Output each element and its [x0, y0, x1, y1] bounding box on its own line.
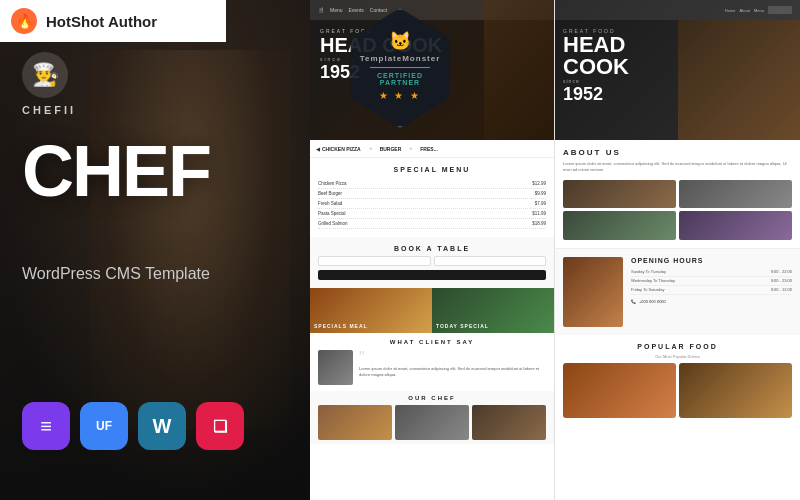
- menu-item-row: Pasta Special $11.99: [318, 209, 546, 219]
- book-input-1[interactable]: [318, 256, 431, 266]
- popular-images-grid: [563, 363, 792, 418]
- popular-food-section: POPULAR FOOD Our Most Popular Dishes: [555, 335, 800, 426]
- opening-hours-section: Opening Hours Sunday To Tuesday 9:00 - 2…: [555, 248, 800, 335]
- menu-strip-item-1: ◀ CHICKEN PIZZA: [316, 146, 361, 152]
- special-menu-section: SPECIAL MENU Chicken Pizza $12.99 Beef B…: [310, 158, 554, 237]
- mockup-right-column: Home About Menu GREAT FOOD HEADCOOK sinc…: [555, 0, 800, 500]
- menu-item-name: Grilled Salmon: [318, 221, 348, 226]
- quote-mark-icon: ": [359, 350, 546, 366]
- our-chef-title: OUR CHEF: [318, 395, 546, 401]
- menu-item-price: $18.99: [532, 221, 546, 226]
- revolution-slider-icon[interactable]: ❏: [196, 402, 244, 450]
- right-nav-home: Home: [725, 8, 736, 13]
- menu-strip-x2: ✕: [409, 146, 412, 151]
- svg-text:🔥: 🔥: [16, 13, 34, 30]
- opening-hours-row-2: Wednesday To Thursday 9:00 - 23:00: [631, 277, 792, 286]
- badge-divider: [370, 67, 430, 68]
- right-nav-menu: Menu: [754, 8, 764, 13]
- nav-menu: Menu: [330, 7, 343, 13]
- chef-hat-icon: 👨‍🍳: [22, 52, 68, 98]
- header-bar: 🔥 HotShot Author: [0, 0, 226, 42]
- right-hero-title: HEADCOOK: [563, 34, 670, 78]
- about-us-section: ABOUT US Lorem ipsum dolor sit amet, con…: [555, 140, 800, 248]
- testimonial-text: Lorem ipsum dolor sit amet, consectetur …: [359, 366, 546, 378]
- about-image-1: [563, 180, 676, 209]
- menu-item-row: Beef Burger $9.99: [318, 189, 546, 199]
- popular-food-title: POPULAR FOOD: [563, 343, 792, 350]
- right-nav-search: [768, 6, 792, 14]
- menu-item-row: Fresh Salad $7.99: [318, 199, 546, 209]
- opening-phone: 📞 +000 000 0000: [631, 299, 792, 304]
- menu-item-price: $11.99: [532, 211, 546, 216]
- specials-row: SPECIALS MEAL TODAY SPECIAL: [310, 288, 554, 333]
- menu-strip-item-2: BURGER: [380, 146, 402, 152]
- right-hero-chef-image: [678, 20, 801, 140]
- book-input-2[interactable]: [434, 256, 547, 266]
- menu-item-price: $7.99: [535, 201, 546, 206]
- about-text: Lorem ipsum dolor sit amet, consectetur …: [563, 161, 792, 174]
- phone-number: +000 000 0000: [639, 299, 666, 304]
- badge-shape: 🐱 TemplateMonster CERTIFIED PARTNER ★ ★ …: [345, 8, 455, 128]
- opening-day-3: Friday To Saturday: [631, 287, 665, 292]
- chef-cards-grid: [318, 405, 546, 440]
- template-monster-badge: 🐱 TemplateMonster CERTIFIED PARTNER ★ ★ …: [345, 8, 455, 128]
- badge-certified-text: CERTIFIED PARTNER: [357, 72, 443, 86]
- menu-strip: ◀ CHICKEN PIZZA ✕ BURGER ✕ FRES...: [310, 140, 554, 158]
- hero-chef-image: [484, 0, 554, 140]
- testimonial-image: [318, 350, 353, 385]
- badge-cat-icon: 🐱: [389, 30, 411, 52]
- badge-brand-name: TemplateMonster: [360, 54, 441, 63]
- elementor-icon[interactable]: ≡: [22, 402, 70, 450]
- badge-stars: ★ ★ ★: [379, 90, 422, 101]
- hotshot-logo-icon: 🔥: [10, 7, 38, 35]
- opening-hours-info: Opening Hours Sunday To Tuesday 9:00 - 2…: [631, 257, 792, 327]
- opening-hours-image: [563, 257, 623, 327]
- right-hero-year: 1952: [563, 84, 670, 105]
- right-nav-about: About: [740, 8, 750, 13]
- menu-item-name: Fresh Salad: [318, 201, 342, 206]
- menu-item-row: Chicken Pizza $12.99: [318, 179, 546, 189]
- menu-strip-item-3: FRES...: [420, 146, 438, 152]
- popular-food-image-2: [679, 363, 792, 418]
- about-image-2: [679, 180, 792, 209]
- popular-food-subtitle: Our Most Popular Dishes: [563, 354, 792, 359]
- main-title: CHEF: [22, 135, 210, 207]
- menu-item-row: Grilled Salmon $18.99: [318, 219, 546, 229]
- right-hero-text: GREAT FOOD HEADCOOK since 1952: [555, 20, 678, 140]
- special-menu-title: SPECIAL MENU: [318, 166, 546, 173]
- testimonial: " Lorem ipsum dolor sit amet, consectetu…: [318, 350, 546, 385]
- menu-item-name: Pasta Special: [318, 211, 346, 216]
- menu-item-name: Beef Burger: [318, 191, 342, 196]
- book-inputs: [318, 256, 546, 266]
- subtitle: WordPress CMS Template: [22, 265, 210, 283]
- right-hero-content: GREAT FOOD HEADCOOK since 1952: [555, 20, 800, 140]
- menu-item-price: $9.99: [535, 191, 546, 196]
- chef-card-1: [318, 405, 392, 440]
- mockup-right-hero: Home About Menu GREAT FOOD HEADCOOK sinc…: [555, 0, 800, 140]
- opening-time-2: 9:00 - 23:00: [771, 278, 792, 283]
- client-say-section: WHAT CLIENT SAY " Lorem ipsum dolor sit …: [310, 333, 554, 391]
- opening-day-1: Sunday To Tuesday: [631, 269, 666, 274]
- book-title: BOOK A TABLE: [318, 245, 546, 252]
- menu-table: Chicken Pizza $12.99 Beef Burger $9.99 F…: [318, 179, 546, 229]
- opening-hours-row-3: Friday To Saturday 9:00 - 12:00: [631, 286, 792, 295]
- popular-food-image-1: [563, 363, 676, 418]
- about-images-grid: [563, 180, 792, 240]
- opening-time-1: 9:00 - 22:00: [771, 269, 792, 274]
- brand-section: 👨‍🍳 CHEFII: [22, 52, 76, 116]
- book-submit-button[interactable]: [318, 270, 546, 280]
- opening-day-2: Wednesday To Thursday: [631, 278, 675, 283]
- ultimate-fields-icon[interactable]: UF: [80, 402, 128, 450]
- phone-icon: 📞: [631, 299, 636, 304]
- about-image-4: [679, 211, 792, 240]
- plugin-icons-row: ≡ UF W ❏: [22, 402, 244, 450]
- left-panel: 👨‍🍳 CHEFII CHEF WordPress CMS Template ≡…: [0, 0, 310, 500]
- opening-hours-row-1: Sunday To Tuesday 9:00 - 22:00: [631, 268, 792, 277]
- opening-hours-title: Opening Hours: [631, 257, 792, 264]
- brand-name: CHEFII: [22, 104, 76, 116]
- about-title: ABOUT US: [563, 148, 792, 157]
- opening-hours-content: Opening Hours Sunday To Tuesday 9:00 - 2…: [563, 257, 792, 327]
- opening-time-3: 9:00 - 12:00: [771, 287, 792, 292]
- wordpress-icon[interactable]: W: [138, 402, 186, 450]
- menu-strip-x1: ✕: [369, 146, 372, 151]
